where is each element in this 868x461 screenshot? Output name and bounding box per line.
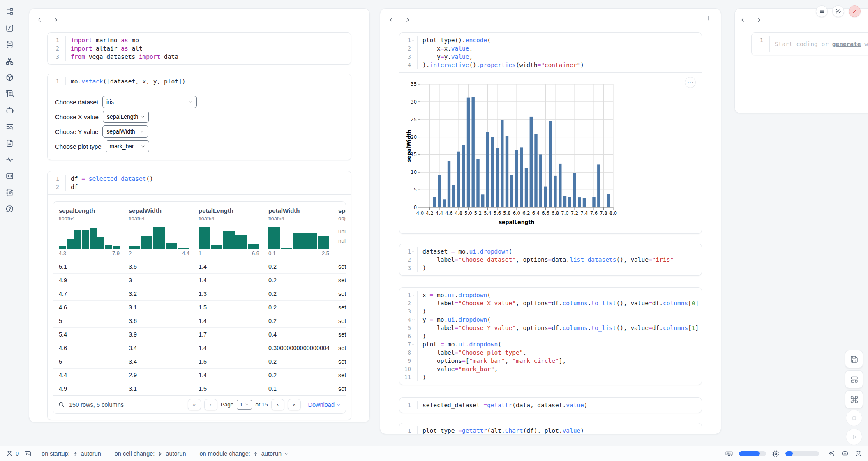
x-value-selected-value: sepalLength bbox=[107, 113, 138, 120]
altair-bar-chart[interactable]: 4.04.24.44.64.85.05.25.45.65.86.06.26.46… bbox=[406, 78, 630, 230]
page-count-label: of 15 bbox=[255, 401, 268, 408]
column-histogram bbox=[129, 226, 189, 249]
last-page-button[interactable]: » bbox=[288, 399, 301, 410]
add-cell-button[interactable] bbox=[705, 15, 712, 21]
help-circle-icon bbox=[5, 205, 14, 213]
autorun-setting-2[interactable]: on module change:autorun bbox=[193, 449, 296, 458]
column-header[interactable]: petalLengthfloat6416.9 bbox=[193, 207, 263, 256]
code-editor[interactable]: 123import marimo as moimport altair as a… bbox=[48, 33, 351, 64]
shutdown-button[interactable] bbox=[849, 5, 861, 17]
run-all-button[interactable] bbox=[846, 429, 862, 445]
scroll-left-button[interactable] bbox=[740, 17, 746, 23]
sidebar-doc-search-button[interactable] bbox=[4, 122, 16, 131]
table-row: 4.42.91.40.2setosa bbox=[53, 368, 346, 382]
code-line: options=["mark_bar", "mark_circle"], bbox=[422, 357, 699, 365]
line-number-gutter: 123 bbox=[399, 247, 418, 272]
code-line: y = mo.ui.dropdown( bbox=[422, 316, 699, 324]
code-editor[interactable]: 1selected_dataset =getattr(data, dataset… bbox=[399, 398, 702, 413]
code-line: ) bbox=[422, 307, 699, 316]
code-editor[interactable]: 1plot_type =getattr(alt.Chart(df), plot.… bbox=[399, 423, 702, 434]
sidebar-scroll-button[interactable] bbox=[4, 89, 16, 99]
chevD-icon bbox=[141, 144, 145, 149]
table-cell: 1.4 bbox=[193, 274, 263, 287]
add-cell-button[interactable] bbox=[355, 15, 361, 21]
column-dtype: float64 bbox=[199, 215, 263, 222]
generate-link[interactable]: generate bbox=[832, 41, 861, 47]
code-line: mo.vstack([dataset, x, y, plot]) bbox=[71, 77, 185, 85]
middle-column-nav bbox=[388, 14, 702, 25]
column-dtype: object bbox=[338, 215, 346, 222]
fold-chevron-icon[interactable] bbox=[411, 318, 416, 322]
scroll-right-button[interactable] bbox=[404, 17, 411, 23]
scroll-right-button[interactable] bbox=[53, 17, 59, 23]
right-column-card: 1 Start coding or generate with bbox=[734, 8, 868, 113]
autorun-setting-0[interactable]: on startup:autorun bbox=[35, 449, 108, 458]
svg-text:10: 10 bbox=[411, 169, 417, 175]
sidebar-notebook-pen-button[interactable] bbox=[4, 187, 16, 197]
error-indicator[interactable]: 0 bbox=[6, 450, 19, 457]
svg-text:sepalLength: sepalLength bbox=[499, 219, 535, 225]
sidebar-code-square-button[interactable] bbox=[4, 171, 16, 181]
ai-sparkles-icon[interactable] bbox=[827, 450, 835, 458]
dataset-dropdown-cell: 123dataset = mo.ui.dropdown( label="Choo… bbox=[399, 244, 702, 276]
sidebar-file-text-button[interactable] bbox=[4, 138, 16, 148]
sidebar-activity-button[interactable] bbox=[4, 154, 16, 164]
svg-text:6.4: 6.4 bbox=[532, 210, 540, 216]
column-header[interactable]: speciesobjectunique:nulls: bbox=[332, 207, 346, 256]
column-header[interactable]: sepalWidthfloat6424.4 bbox=[123, 207, 193, 256]
chart-actions-button[interactable]: ⋯ bbox=[685, 77, 696, 88]
previous-page-button[interactable]: ‹ bbox=[204, 399, 217, 410]
scroll-left-button[interactable] bbox=[388, 17, 395, 23]
sidebar-function-square-button[interactable] bbox=[4, 23, 16, 33]
menu-button[interactable] bbox=[816, 5, 828, 17]
table-row: 53.41.50.2setosa bbox=[53, 355, 346, 368]
plot-type-select[interactable]: mark_bar bbox=[106, 140, 149, 152]
page-select[interactable]: 1 bbox=[237, 400, 252, 410]
scroll-right-button[interactable] bbox=[756, 17, 762, 23]
y-value-select[interactable]: sepalWidth bbox=[102, 125, 148, 138]
sidebar-package-button[interactable] bbox=[4, 72, 16, 82]
svg-text:4.6: 4.6 bbox=[445, 210, 452, 216]
keyboard-shortcuts-button[interactable] bbox=[845, 390, 863, 408]
left-column-card: 123import marimo as moimport altair as a… bbox=[29, 8, 370, 422]
column-header[interactable]: petalWidthfloat640.12.5 bbox=[263, 207, 332, 256]
sidebar-database-button[interactable] bbox=[4, 39, 16, 49]
save-notebook-button[interactable] bbox=[845, 350, 863, 368]
sidebar-hierarchy-button[interactable] bbox=[4, 56, 16, 66]
x-value-select[interactable]: sepalLength bbox=[103, 111, 149, 123]
download-button[interactable]: Download bbox=[308, 401, 341, 408]
column-dtype: float64 bbox=[268, 215, 332, 222]
fold-chevron-icon[interactable] bbox=[411, 39, 416, 42]
sidebar-file-tree-button[interactable] bbox=[4, 7, 16, 16]
code-editor[interactable]: 1234plot_type().encode( x=x.value, y=y.v… bbox=[399, 33, 702, 72]
scroll-left-button[interactable] bbox=[37, 17, 43, 23]
stop-kernel-button[interactable] bbox=[846, 410, 862, 426]
code-editor[interactable]: 1234567891011x = mo.ui.dropdown( label="… bbox=[399, 288, 702, 385]
next-page-button[interactable]: › bbox=[271, 399, 284, 410]
fold-chevron-icon[interactable] bbox=[411, 250, 416, 254]
sidebar-help-circle-button[interactable] bbox=[4, 204, 16, 214]
fold-chevron-icon[interactable] bbox=[411, 293, 416, 297]
autorun-setting-1[interactable]: on cell change:autorun bbox=[108, 449, 193, 458]
table-cell: 1.4 bbox=[193, 314, 263, 327]
dataset-select[interactable]: iris bbox=[102, 96, 197, 108]
table-cell: 0.2 bbox=[263, 260, 332, 273]
code-editor[interactable]: 1 Start coding or generate with bbox=[752, 33, 868, 55]
copilot-icon[interactable] bbox=[841, 449, 849, 458]
chevron-right-icon bbox=[53, 17, 59, 23]
first-page-button[interactable]: « bbox=[188, 399, 201, 410]
column-header[interactable]: sepalLengthfloat644.37.9 bbox=[53, 207, 123, 256]
memory-usage-meter bbox=[739, 451, 766, 456]
code-editor[interactable]: 12df = selected_dataset()df bbox=[48, 171, 351, 194]
plot-type-selected-value: mark_bar bbox=[110, 143, 134, 150]
connection-status-icon[interactable] bbox=[855, 450, 862, 457]
code-editor[interactable]: 123dataset = mo.ui.dropdown( label="Choo… bbox=[399, 244, 702, 275]
terminal-button[interactable] bbox=[24, 450, 32, 458]
fold-chevron-icon[interactable] bbox=[411, 343, 416, 346]
code-editor[interactable]: 1mo.vstack([dataset, x, y, plot]) bbox=[48, 74, 351, 89]
sidebar-bot-button[interactable] bbox=[4, 105, 16, 115]
code-line: df = selected_dataset() bbox=[71, 175, 153, 183]
svg-text:0: 0 bbox=[414, 205, 417, 210]
settings-button[interactable] bbox=[832, 5, 844, 17]
layout-toggle-button[interactable] bbox=[845, 370, 863, 388]
